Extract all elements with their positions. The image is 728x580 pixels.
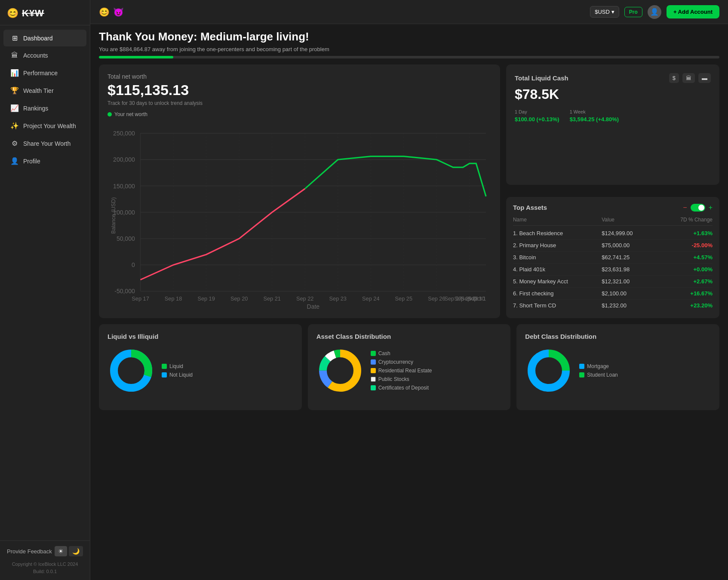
currency-selector[interactable]: $USD ▾ <box>590 6 619 18</box>
topbar-right: $USD ▾ Pro 👤 + Add Account <box>590 5 719 19</box>
liquid-legend-item-1: Liquid <box>162 363 193 369</box>
svg-text:Sep 18: Sep 18 <box>165 295 182 302</box>
svg-text:0: 0 <box>132 261 135 268</box>
assets-minus-btn[interactable]: − <box>683 204 687 212</box>
asset-value-6: $1,232.00 <box>602 302 668 309</box>
copyright-text: Copyright © IceBlock LLC 2024 <box>7 561 83 568</box>
sidebar-label-share-worth: Share Your Worth <box>23 140 71 147</box>
stat-1-day: 1 Day $100.00 (+0.13%) <box>515 109 559 123</box>
logo-emoji: 😊 <box>7 8 18 19</box>
liquid-vs-illiquid-card: Liquid vs Illiquid Liquid Not Liqui <box>99 324 302 410</box>
re-dot <box>371 368 376 373</box>
top-assets-controls: − + <box>683 204 713 212</box>
svg-text:Sep 19: Sep 19 <box>197 295 215 302</box>
asset-name-3: 4. Plaid 401k <box>513 266 602 273</box>
sidebar-item-rankings[interactable]: 📈Rankings <box>3 100 86 117</box>
asset-row-2: 3. Bitcoin $62,741.25 +4.57% <box>513 252 713 264</box>
build-text: Build: 0.0.1 <box>7 568 83 575</box>
svg-text:Sep 21: Sep 21 <box>263 295 280 302</box>
liquid-legend-item-2: Not Liquid <box>162 372 193 378</box>
liquid-legend: Liquid Not Liquid <box>162 363 193 378</box>
stocks-label: Public Stocks <box>378 376 409 382</box>
asset-row-6: 7. Short Term CD $1,232.00 +23.20% <box>513 300 713 311</box>
dark-theme-btn[interactable]: 🌙 <box>69 546 83 556</box>
asset-row-5: 6. First checking $2,100.00 +16.67% <box>513 288 713 300</box>
sidebar-label-wealth-tier: Wealth Tier <box>23 87 54 94</box>
main-chart: 250,000 200,000 150,000 100,000 50,000 0… <box>108 122 491 310</box>
copyright: Copyright © IceBlock LLC 2024 Build: 0.0… <box>7 561 83 575</box>
assets-table: Name Value 7D % Change 1. Beach Residenc… <box>513 217 713 311</box>
sidebar-footer: Provide Feedback ☀ 🌙 Copyright © IceBloc… <box>0 540 90 580</box>
svg-text:Sep 22: Sep 22 <box>296 295 313 302</box>
light-theme-btn[interactable]: ☀ <box>55 546 67 556</box>
liquid-cash-value: $78.5K <box>515 86 711 102</box>
topbar: 😊 😈 $USD ▾ Pro 👤 + Add Account <box>90 0 728 24</box>
sidebar-icon-project-wealth: ✨ <box>10 122 19 130</box>
asset-change-4: +2.67% <box>668 278 713 285</box>
add-account-button[interactable]: + Add Account <box>667 5 719 18</box>
cash-bank-icon[interactable]: 🏛 <box>682 73 695 83</box>
asset-name-0: 1. Beach Residence <box>513 230 602 236</box>
svg-text:Sep 17: Sep 17 <box>132 295 149 302</box>
sidebar-item-project-wealth[interactable]: ✨Project Your Wealth <box>3 117 86 134</box>
svg-text:Sep 24: Sep 24 <box>362 295 379 302</box>
asset-row-4: 5. Money Markey Acct $12,321.00 +2.67% <box>513 276 713 288</box>
sidebar-label-accounts: Accounts <box>23 52 48 59</box>
asset-name-6: 7. Short Term CD <box>513 302 602 309</box>
stat-1-week: 1 Week $3,594.25 (+4.80%) <box>570 109 619 123</box>
chart-legend: Your net worth <box>108 111 491 117</box>
topbar-left: 😊 😈 <box>99 7 124 17</box>
legend-label: Your net worth <box>114 111 147 117</box>
dashboard-subtitle: You are $884,864.87 away from joining th… <box>99 46 329 52</box>
sidebar-item-profile[interactable]: 👤Profile <box>3 153 86 169</box>
bottom-row: Liquid vs Illiquid Liquid Not Liqui <box>99 324 719 410</box>
sidebar-item-wealth-tier[interactable]: 🏆Wealth Tier <box>3 82 86 99</box>
assets-toggle[interactable] <box>691 204 705 212</box>
nav-items: ⊞Dashboard🏛Accounts📊Performance🏆Wealth T… <box>0 25 90 540</box>
user-avatar[interactable]: 👤 <box>648 5 661 19</box>
sidebar-icon-rankings: 📈 <box>10 104 19 112</box>
sidebar-label-performance: Performance <box>23 70 58 77</box>
svg-text:Sep 23: Sep 23 <box>329 295 347 302</box>
sidebar-icon-dashboard: ⊞ <box>10 34 19 42</box>
cash-dollar-icon[interactable]: $ <box>669 73 679 83</box>
sidebar: 😊 K¥W ⊞Dashboard🏛Accounts📊Performance🏆We… <box>0 0 90 580</box>
asset-name-4: 5. Money Markey Acct <box>513 278 602 285</box>
topbar-emoji-2[interactable]: 😈 <box>113 7 124 17</box>
logo-area: 😊 K¥W <box>0 0 90 25</box>
asset-legend-crypto: Cryptocurrency <box>371 359 432 365</box>
stat-1-day-value: $100.00 (+0.13%) <box>515 116 559 123</box>
student-label: Student Loan <box>587 372 617 378</box>
asset-change-0: +1.63% <box>668 230 713 236</box>
topbar-emoji-1[interactable]: 😊 <box>99 7 110 17</box>
liquid-dot <box>162 364 167 369</box>
assets-plus-btn[interactable]: + <box>709 204 713 212</box>
cash-card-icon[interactable]: ▬ <box>698 73 711 83</box>
sidebar-item-dashboard[interactable]: ⊞Dashboard <box>3 30 86 46</box>
provide-feedback-row: Provide Feedback ☀ 🌙 <box>7 546 83 556</box>
cd-dot <box>371 385 376 390</box>
sidebar-item-accounts[interactable]: 🏛Accounts <box>3 47 86 64</box>
mortgage-dot <box>579 364 584 369</box>
asset-row-0: 1. Beach Residence $124,999.00 +1.63% <box>513 227 713 239</box>
stocks-dot <box>371 377 376 382</box>
stat-1-week-label: 1 Week <box>570 109 619 114</box>
asset-change-1: -25.00% <box>668 242 713 249</box>
top-row: Total net worth $115,135.13 Track for 30… <box>99 64 719 318</box>
col-value: Value <box>602 217 668 223</box>
svg-text:Sep 30: Sep 30 <box>467 295 485 302</box>
liquid-cash-title: Total Liquid Cash <box>515 74 568 82</box>
progress-bar-fill <box>99 56 173 58</box>
asset-change-6: +23.20% <box>668 302 713 309</box>
asset-legend-stocks: Public Stocks <box>371 376 432 382</box>
sidebar-item-performance[interactable]: 📊Performance <box>3 64 86 81</box>
stat-1-day-label: 1 Day <box>515 109 559 114</box>
asset-change-3: +0.00% <box>668 266 713 273</box>
sidebar-icon-wealth-tier: 🏆 <box>10 86 19 95</box>
svg-text:-50,000: -50,000 <box>114 288 135 295</box>
svg-text:Date: Date <box>307 303 320 309</box>
sidebar-item-share-worth[interactable]: ⚙Share Your Worth <box>3 135 86 152</box>
liquid-cash-header: Total Liquid Cash $ 🏛 ▬ <box>515 73 711 83</box>
illiquid-label: Not Liquid <box>169 372 193 378</box>
asset-class-card: Asset Class Distribution <box>308 324 511 410</box>
